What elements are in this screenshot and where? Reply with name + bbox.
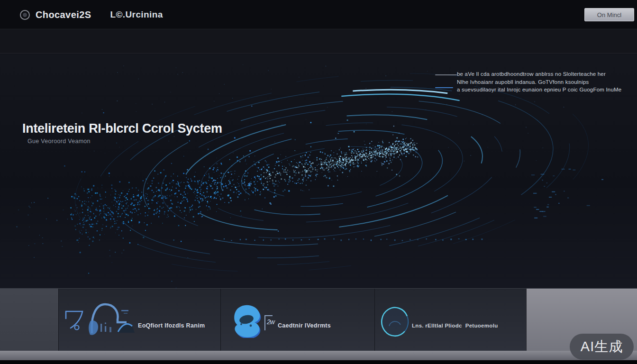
feature-bar-left-panel — [0, 289, 58, 351]
feature-card-2[interactable]: 2w Caedtnir IVedrmts — [220, 289, 374, 351]
page-subtitle: Gue Veoroord Veamon — [27, 138, 222, 145]
hero-description: be aVe Il cda arotbdhoondtrow anblrss no… — [435, 70, 615, 94]
feature-label: EoQfiort Ifozdls Ranim — [138, 322, 205, 329]
top-nav: Chocavei2S L©.Urcinina On Mincl — [0, 0, 637, 29]
page-title: Inteliretein RI-blcrcl Ccrol Syctem — [22, 121, 222, 136]
feature-label: Caedtnir IVedrmts — [278, 322, 331, 329]
secondary-nav-bar — [0, 30, 637, 54]
blob-icon — [228, 302, 262, 338]
ai-watermark-badge: AI生成 — [570, 334, 634, 360]
description-line: a suevsudilaoyr ital Inrojc eunaion epni… — [457, 86, 615, 94]
description-line: be aVe Il cda arotbdhoondtrow anblrss no… — [457, 70, 615, 78]
bracket-headphone-swoosh-icons — [64, 300, 139, 337]
decorative-dash-accent-icon — [435, 87, 453, 88]
bottom-band — [0, 351, 637, 360]
circle-outline-icon — [380, 306, 410, 337]
nav-cta-button[interactable]: On Mincl — [584, 8, 634, 21]
description-line: Nlhe Ivhoaianr aupobll indanua. GoTVfonn… — [457, 78, 615, 86]
feature-card-1[interactable]: EoQfiort Ifozdls Ranim — [58, 289, 220, 351]
brand[interactable]: Chocavei2S L©.Urcinina — [20, 0, 163, 29]
feature-label: Lns. rElltlal Pliodc Petuoemolu — [412, 323, 498, 328]
feature-card-3[interactable]: Lns. rElltlal Pliodc Petuoemolu — [374, 289, 526, 351]
landing-page: Chocavei2S L©.Urcinina On Mincl — [0, 0, 637, 364]
bottom-strip — [0, 360, 637, 364]
feature-bar: EoQfiort Ifozdls Ranim 2w Caedtnir IVedr… — [0, 288, 637, 351]
hero-section: Inteliretein RI-blcrcl Ccrol Syctem Gue … — [0, 54, 637, 288]
circle-dot-icon — [20, 10, 30, 20]
brand-secondary: L©.Urcinina — [110, 9, 163, 20]
brand-name: Chocavei2S — [36, 9, 91, 20]
decorative-dash-icon — [435, 74, 457, 75]
feature-glyph: 2w — [267, 318, 274, 326]
